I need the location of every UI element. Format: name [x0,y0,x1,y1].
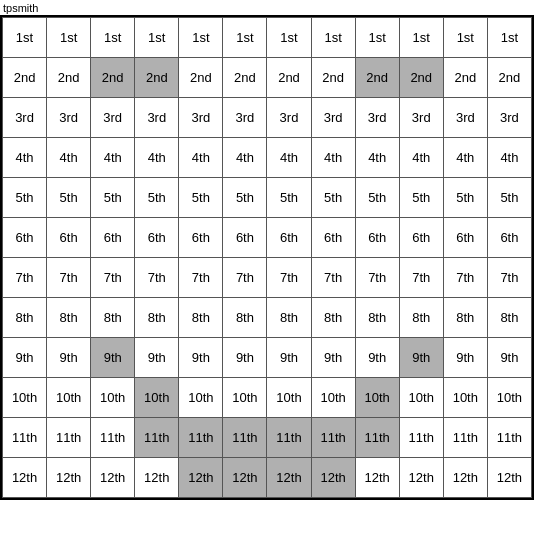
table-cell: 7th [267,258,311,298]
table-cell: 12th [267,458,311,498]
table-row: 5th5th5th5th5th5th5th5th5th5th5th5th [3,178,532,218]
table-cell: 7th [91,258,135,298]
table-cell: 1st [179,18,223,58]
table-cell: 3rd [3,98,47,138]
table-cell: 1st [135,18,179,58]
table-cell: 6th [487,218,531,258]
table-cell: 4th [311,138,355,178]
table-cell: 9th [223,338,267,378]
table-cell: 4th [179,138,223,178]
table-cell: 2nd [135,58,179,98]
table-cell: 3rd [355,98,399,138]
table-cell: 9th [487,338,531,378]
table-cell: 12th [355,458,399,498]
table-cell: 8th [179,298,223,338]
table-cell: 4th [399,138,443,178]
table-cell: 7th [47,258,91,298]
table-cell: 10th [443,378,487,418]
table-cell: 4th [443,138,487,178]
table-cell: 12th [91,458,135,498]
table-cell: 8th [47,298,91,338]
table-cell: 11th [3,418,47,458]
table-row: 11th11th11th11th11th11th11th11th11th11th… [3,418,532,458]
table-cell: 1st [311,18,355,58]
table-cell: 10th [3,378,47,418]
table-cell: 4th [267,138,311,178]
table-cell: 6th [179,218,223,258]
table-cell: 4th [135,138,179,178]
table-cell: 7th [355,258,399,298]
table-cell: 6th [399,218,443,258]
table-cell: 7th [135,258,179,298]
table-cell: 8th [311,298,355,338]
table-cell: 10th [487,378,531,418]
table-cell: 6th [311,218,355,258]
table-cell: 8th [355,298,399,338]
table-row: 3rd3rd3rd3rd3rd3rd3rd3rd3rd3rd3rd3rd [3,98,532,138]
table-cell: 10th [91,378,135,418]
table-cell: 10th [267,378,311,418]
table-cell: 11th [135,418,179,458]
table-row: 10th10th10th10th10th10th10th10th10th10th… [3,378,532,418]
table-cell: 10th [179,378,223,418]
table-cell: 1st [443,18,487,58]
table-cell: 11th [487,418,531,458]
table-cell: 11th [91,418,135,458]
table-cell: 9th [3,338,47,378]
table-cell: 5th [47,178,91,218]
table-cell: 2nd [47,58,91,98]
table-cell: 9th [355,338,399,378]
table-cell: 1st [47,18,91,58]
grid-container: 1st1st1st1st1st1st1st1st1st1st1st1st2nd2… [0,15,534,500]
table-cell: 9th [267,338,311,378]
table-cell: 5th [355,178,399,218]
table-cell: 1st [267,18,311,58]
table-cell: 5th [487,178,531,218]
table-cell: 12th [399,458,443,498]
table-cell: 4th [223,138,267,178]
table-cell: 11th [223,418,267,458]
table-cell: 9th [179,338,223,378]
table-cell: 2nd [3,58,47,98]
table-cell: 7th [311,258,355,298]
table-cell: 5th [3,178,47,218]
table-cell: 6th [47,218,91,258]
table-cell: 7th [179,258,223,298]
table-row: 8th8th8th8th8th8th8th8th8th8th8th8th [3,298,532,338]
table-cell: 2nd [487,58,531,98]
table-row: 6th6th6th6th6th6th6th6th6th6th6th6th [3,218,532,258]
table-row: 1st1st1st1st1st1st1st1st1st1st1st1st [3,18,532,58]
table-cell: 12th [443,458,487,498]
table-cell: 9th [47,338,91,378]
table-cell: 10th [399,378,443,418]
table-cell: 3rd [311,98,355,138]
table-row: 4th4th4th4th4th4th4th4th4th4th4th4th [3,138,532,178]
table-cell: 8th [135,298,179,338]
table-cell: 3rd [91,98,135,138]
table-cell: 11th [179,418,223,458]
table-cell: 11th [311,418,355,458]
table-cell: 6th [3,218,47,258]
app-title: tpsmith [0,1,41,15]
table-cell: 7th [443,258,487,298]
table-cell: 4th [3,138,47,178]
table-cell: 3rd [47,98,91,138]
table-row: 7th7th7th7th7th7th7th7th7th7th7th7th [3,258,532,298]
table-cell: 11th [399,418,443,458]
table-cell: 8th [267,298,311,338]
table-row: 9th9th9th9th9th9th9th9th9th9th9th9th [3,338,532,378]
table-cell: 12th [3,458,47,498]
table-cell: 9th [311,338,355,378]
table-cell: 2nd [223,58,267,98]
table-cell: 1st [91,18,135,58]
table-row: 2nd2nd2nd2nd2nd2nd2nd2nd2nd2nd2nd2nd [3,58,532,98]
table-cell: 10th [355,378,399,418]
table-cell: 12th [135,458,179,498]
table-cell: 5th [179,178,223,218]
table-cell: 8th [487,298,531,338]
table-cell: 3rd [487,98,531,138]
table-cell: 5th [267,178,311,218]
table-cell: 4th [355,138,399,178]
table-cell: 6th [223,218,267,258]
table-cell: 1st [487,18,531,58]
